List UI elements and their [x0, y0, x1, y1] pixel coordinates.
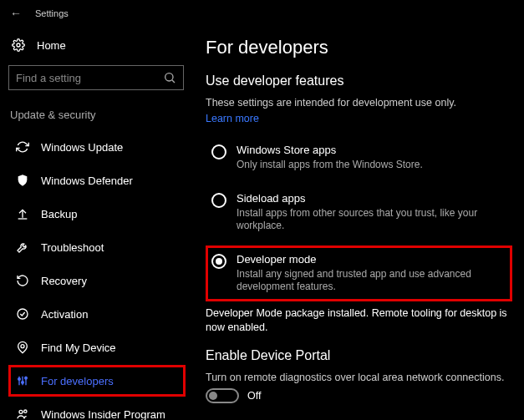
sidebar-item-label: Windows Defender [41, 175, 133, 187]
svg-point-4 [21, 345, 24, 348]
radio-option-developer-mode[interactable]: Developer mode Install any signed and tr… [206, 245, 512, 301]
back-button[interactable]: ← [10, 7, 22, 20]
svg-point-12 [24, 410, 27, 412]
radio-button[interactable] [211, 193, 226, 208]
svg-line-2 [172, 80, 175, 83]
radio-option-windows-store-apps[interactable]: Windows Store apps Only install apps fro… [206, 136, 512, 180]
gear-icon [12, 38, 25, 52]
sidebar-item-label: Find My Device [41, 342, 116, 354]
toggle-state-label: Off [247, 390, 261, 402]
sidebar-item-label: Troubleshoot [41, 241, 104, 254]
sidebar-item-label: Backup [41, 208, 77, 220]
sidebar-item-label: Windows Insider Program [41, 408, 165, 421]
search-box[interactable] [8, 65, 184, 90]
sidebar-item-for-developers[interactable]: For developers [8, 365, 186, 397]
sidebar-item-label: Windows Update [41, 141, 123, 154]
sliders-icon [16, 374, 29, 387]
svg-point-1 [165, 73, 173, 81]
main-content: For developers Use developer features Th… [194, 27, 524, 420]
sidebar-item-recovery[interactable]: Recovery [8, 265, 186, 296]
sidebar-item-windows-update[interactable]: Windows Update [8, 131, 186, 163]
page-title: For developers [206, 37, 512, 58]
svg-point-0 [17, 43, 20, 47]
device-portal-desc: Turn on remote diagnostics over local ar… [206, 372, 512, 383]
sidebar-item-backup[interactable]: Backup [8, 198, 186, 230]
backup-icon [16, 207, 29, 220]
svg-point-11 [19, 410, 23, 413]
status-text: Developer Mode package installed. Remote… [206, 306, 512, 335]
check-circle-icon [16, 307, 29, 321]
radio-option-sideload-apps[interactable]: Sideload apps Install apps from other so… [206, 185, 512, 240]
radio-button[interactable] [211, 144, 226, 159]
svg-point-9 [22, 382, 24, 384]
svg-point-10 [25, 377, 28, 379]
home-label: Home [37, 39, 66, 52]
sidebar-item-label: For developers [41, 375, 114, 387]
search-icon [163, 71, 176, 84]
section-heading-developer-features: Use developer features [206, 73, 512, 89]
search-input[interactable] [16, 72, 158, 84]
sidebar-item-windows-defender[interactable]: Windows Defender [8, 164, 186, 196]
window-title: Settings [35, 8, 69, 18]
location-icon [16, 341, 29, 354]
radio-desc: Only install apps from the Windows Store… [237, 159, 423, 172]
category-label: Update & security [8, 105, 186, 124]
sidebar-item-find-my-device[interactable]: Find My Device [8, 331, 186, 363]
radio-label: Windows Store apps [237, 144, 423, 156]
recovery-icon [16, 274, 29, 287]
sidebar-item-troubleshoot[interactable]: Troubleshoot [8, 231, 186, 263]
svg-point-3 [18, 309, 28, 319]
sidebar-item-label: Activation [41, 308, 88, 321]
sidebar-item-activation[interactable]: Activation [8, 298, 186, 330]
device-portal-toggle[interactable] [206, 388, 239, 403]
wrench-icon [16, 240, 29, 254]
section-heading-device-portal: Enable Device Portal [206, 348, 512, 363]
svg-point-8 [18, 378, 21, 381]
section-intro: These settings are intended for developm… [206, 97, 512, 109]
home-button[interactable]: Home [8, 33, 186, 57]
people-icon [16, 407, 29, 420]
radio-desc: Install any signed and trusted app and u… [237, 268, 506, 294]
radio-desc: Install apps from other sources that you… [237, 207, 506, 233]
sidebar-item-label: Recovery [41, 275, 87, 287]
radio-label: Developer mode [237, 253, 506, 266]
radio-button[interactable] [211, 254, 226, 269]
shield-icon [16, 174, 29, 187]
sidebar: Home Update & security Windows Update Wi… [0, 27, 194, 420]
learn-more-link[interactable]: Learn more [206, 113, 259, 124]
radio-label: Sideload apps [237, 192, 506, 205]
sidebar-item-windows-insider[interactable]: Windows Insider Program [8, 398, 186, 420]
sync-icon [16, 140, 29, 154]
